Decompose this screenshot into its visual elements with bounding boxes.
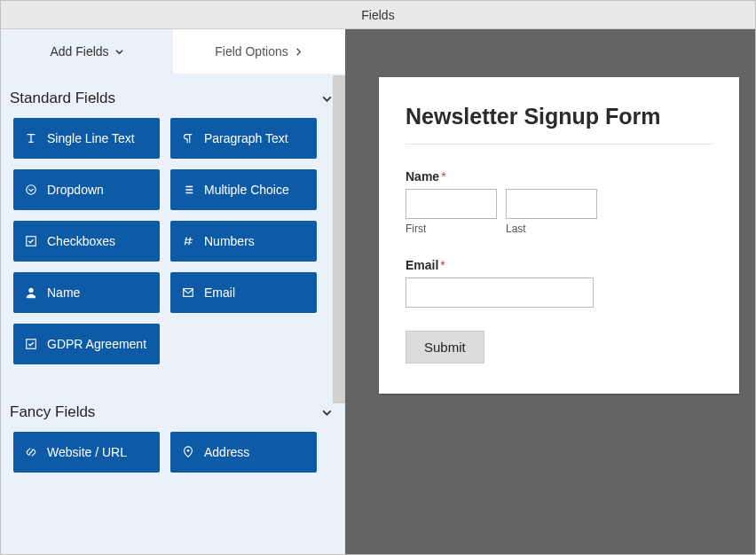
tabs: Add Fields Field Options <box>1 29 345 74</box>
field-label: Multiple Choice <box>204 183 289 197</box>
field-website-url[interactable]: Website / URL <box>13 432 160 473</box>
field-label: Email <box>204 285 235 300</box>
window-title: Fields <box>1 1 755 29</box>
svg-point-5 <box>187 449 190 452</box>
tab-field-options-label: Field Options <box>215 44 287 59</box>
first-name-column: First <box>406 189 497 235</box>
section-fancy-title: Fancy Fields <box>10 403 95 421</box>
section-fancy-header[interactable]: Fancy Fields <box>1 387 345 432</box>
dropdown-icon <box>24 184 38 196</box>
user-icon <box>24 286 38 299</box>
link-icon <box>24 446 38 458</box>
chevron-down-icon <box>114 47 124 57</box>
field-label: Name <box>47 285 80 300</box>
field-gdpr-agreement[interactable]: GDPR Agreement <box>13 324 160 364</box>
name-inputs: First Last <box>406 189 713 235</box>
field-label: Single Line Text <box>47 131 135 145</box>
field-label: Address <box>204 445 249 459</box>
last-name-input[interactable] <box>506 189 597 219</box>
standard-fields-grid: Single Line Text Paragraph Text Dropdown… <box>1 118 345 364</box>
field-numbers[interactable]: Numbers <box>170 221 317 262</box>
svg-rect-3 <box>184 289 193 297</box>
svg-point-2 <box>28 288 33 293</box>
name-label: Name* <box>406 169 713 184</box>
list-icon <box>181 184 195 196</box>
hash-icon <box>181 235 195 247</box>
field-label: Paragraph Text <box>204 131 288 145</box>
field-email[interactable]: Email <box>170 272 317 313</box>
field-label: Website / URL <box>47 445 127 459</box>
tab-add-fields[interactable]: Add Fields <box>1 29 173 74</box>
email-input[interactable] <box>406 278 594 308</box>
email-field-row: Email* <box>406 258 713 308</box>
chevron-down-icon <box>321 407 333 418</box>
field-label: Checkboxes <box>47 234 115 248</box>
submit-button[interactable]: Submit <box>406 331 484 363</box>
field-name[interactable]: Name <box>13 272 160 313</box>
field-label: Numbers <box>204 234 255 248</box>
field-multiple-choice[interactable]: Multiple Choice <box>170 169 317 210</box>
field-label: GDPR Agreement <box>47 337 146 351</box>
form-canvas: Newsletter Signup Form Name* First Last <box>379 77 739 394</box>
checkbox-icon <box>24 235 38 247</box>
email-label: Email* <box>406 258 713 272</box>
paragraph-icon <box>181 132 195 145</box>
email-label-text: Email <box>406 258 438 272</box>
section-standard-title: Standard Fields <box>10 90 115 107</box>
text-icon <box>24 132 38 145</box>
mail-icon <box>181 286 195 299</box>
section-standard-header[interactable]: Standard Fields <box>1 74 345 118</box>
form-title: Newsletter Signup Form <box>406 104 713 129</box>
last-name-column: Last <box>506 189 597 235</box>
field-checkboxes[interactable]: Checkboxes <box>13 221 160 262</box>
left-pane: Add Fields Field Options Standard Fields <box>1 29 345 555</box>
name-field-row: Name* First Last <box>406 169 713 235</box>
tab-field-options[interactable]: Field Options <box>173 29 345 74</box>
svg-point-0 <box>27 185 36 195</box>
field-address[interactable]: Address <box>170 432 317 473</box>
field-label: Dropdown <box>47 183 104 197</box>
check-icon <box>24 338 38 350</box>
chevron-right-icon <box>294 47 303 57</box>
scrollbar-thumb[interactable] <box>333 75 345 403</box>
fancy-fields-grid: Website / URL Address <box>1 432 345 473</box>
field-paragraph-text[interactable]: Paragraph Text <box>170 118 317 159</box>
name-label-text: Name <box>406 169 439 184</box>
last-sublabel: Last <box>506 223 597 235</box>
field-single-line-text[interactable]: Single Line Text <box>13 118 160 159</box>
preview-pane: Newsletter Signup Form Name* First Last <box>345 29 755 555</box>
main-layout: Add Fields Field Options Standard Fields <box>1 29 755 555</box>
tab-add-fields-label: Add Fields <box>50 44 108 59</box>
required-mark: * <box>441 169 445 184</box>
pin-icon <box>181 446 195 458</box>
required-mark: * <box>440 258 445 272</box>
form-divider <box>406 144 713 145</box>
chevron-down-icon <box>321 93 333 105</box>
first-name-input[interactable] <box>406 189 497 219</box>
first-sublabel: First <box>406 223 497 235</box>
field-dropdown[interactable]: Dropdown <box>13 169 160 210</box>
